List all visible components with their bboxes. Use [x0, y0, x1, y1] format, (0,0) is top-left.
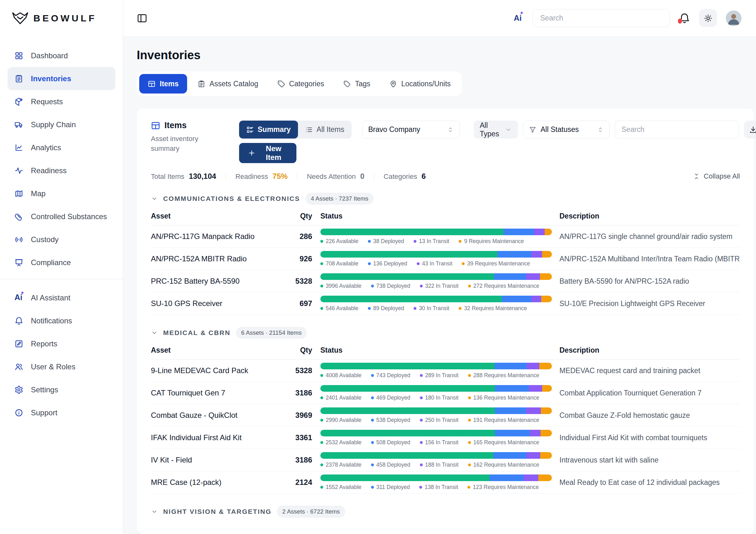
status-bar: [320, 452, 552, 459]
panel-filters: Bravo Company All Types All Statuses: [362, 121, 756, 139]
legend-item-in_transit: 156 In Transit: [420, 439, 459, 446]
page-title: Inventories: [137, 48, 753, 62]
legend-item-in_transit: 289 In Transit: [420, 372, 459, 379]
asset-name: IV Kit - Field: [151, 456, 289, 465]
stat-value: 75%: [273, 172, 287, 181]
table-row[interactable]: SU-10 GPS Receiver697546 Available89 Dep…: [151, 292, 740, 315]
table-row[interactable]: CAT Tourniquet Gen 731862401 Available46…: [151, 382, 740, 404]
section-badge: 6 Assets · 21154 Items: [236, 327, 307, 339]
custody-icon: [14, 235, 23, 244]
all-items-toggle-button[interactable]: All Items: [298, 121, 352, 139]
table-row[interactable]: Combat Gauze - QuikClot39692990 Availabl…: [151, 404, 740, 427]
tab-locations-units[interactable]: Locations/Units: [381, 74, 459, 93]
company-select[interactable]: Bravo Company: [362, 121, 460, 139]
legend-item-available: 2378 Available: [320, 462, 362, 468]
sidebar-item-notifications[interactable]: Notifications: [8, 309, 115, 332]
asset-name: PRC-152 Battery BA-5590: [151, 277, 289, 286]
items-search-input[interactable]: [615, 121, 739, 139]
items-table-icon: [151, 121, 160, 130]
analytics-icon: [14, 143, 23, 152]
table-row[interactable]: AN/PRC-152A MBITR Radio926708 Available1…: [151, 248, 740, 270]
new-item-button[interactable]: New Item: [239, 143, 296, 163]
table-row[interactable]: MRE Case (12-pack)21241552 Available311 …: [151, 471, 740, 494]
topbar-search-input[interactable]: [532, 9, 670, 27]
section-header-communications-electronics[interactable]: COMMUNICATIONS & ELECTRONICS4 Assets · 7…: [151, 193, 740, 205]
sidebar-item-dashboard[interactable]: Dashboard: [8, 44, 115, 67]
tab-tags[interactable]: Tags: [335, 74, 379, 93]
tab-items[interactable]: Items: [139, 74, 187, 93]
download-button[interactable]: [744, 121, 756, 139]
asset-description: Meal Ready to Eat case of 12 individual …: [559, 478, 740, 487]
tab-label: Items: [160, 80, 178, 88]
sidebar-item-label: Dashboard: [31, 51, 68, 60]
col-asset: Asset: [151, 346, 289, 355]
user-avatar[interactable]: [726, 11, 742, 26]
sidebar-item-ai-assistant[interactable]: Ai✦AI Assistant: [8, 286, 115, 309]
status-segment-in_transit: [529, 385, 542, 392]
items-panel: Items Asset inventory summary Summary: [137, 109, 754, 534]
legend-item-in_transit: 322 In Transit: [420, 283, 459, 289]
section-badge: 4 Assets · 7237 Items: [306, 193, 374, 205]
sidebar-item-supply-chain[interactable]: Supply Chain: [8, 113, 115, 136]
sidebar-item-compliance[interactable]: Compliance: [8, 251, 115, 274]
panel-title-block: Items Asset inventory summary: [151, 121, 229, 154]
legend-item-available: 708 Available: [320, 260, 359, 267]
sidebar-item-readiness[interactable]: Readiness: [8, 159, 115, 182]
fold-vertical-icon: [693, 172, 700, 180]
sidebar-item-reports[interactable]: Reports: [8, 332, 115, 355]
status-segment-maintenance: [540, 273, 552, 280]
sidebar-item-requests[interactable]: Requests: [8, 90, 115, 113]
sidebar-item-user-roles[interactable]: User & Roles: [8, 355, 115, 378]
tab-assets-catalog[interactable]: Assets Catalog: [189, 74, 267, 93]
table-row[interactable]: 9-Line MEDEVAC Card Pack53284008 Availab…: [151, 360, 740, 382]
legend-item-deployed: 458 Deployed: [371, 462, 411, 468]
legend-item-in_transit: 180 In Transit: [420, 394, 459, 401]
sidebar-item-analytics[interactable]: Analytics: [8, 136, 115, 159]
sidebar-item-map[interactable]: Map: [8, 182, 115, 205]
status-segment-maintenance: [541, 407, 552, 414]
section-header-medical-cbrn[interactable]: MEDICAL & CBRN6 Assets · 21154 Items: [151, 327, 740, 339]
status-legend: 708 Available136 Deployed43 In Transit39…: [320, 260, 552, 267]
collapse-all-button[interactable]: Collapse All: [693, 172, 740, 180]
table-row[interactable]: IFAK Individual First Aid Kit33612532 Av…: [151, 427, 740, 449]
panel-title: Items: [164, 121, 187, 130]
type-select[interactable]: All Types: [474, 121, 518, 139]
asset-qty: 3361: [289, 433, 312, 442]
sidebar-item-support[interactable]: Support: [8, 401, 115, 424]
brand-logo[interactable]: BEOWULF: [0, 0, 123, 37]
type-select-value: All Types: [480, 121, 501, 138]
status-segment-maintenance: [540, 452, 552, 459]
tab-categories[interactable]: Categories: [269, 74, 333, 93]
legend-item-deployed: 136 Deployed: [368, 260, 407, 267]
table-row[interactable]: IV Kit - Field31862378 Available458 Depl…: [151, 449, 740, 471]
legend-item-available: 2401 Available: [320, 394, 362, 401]
ai-assistant-topbar-button[interactable]: Ai✦: [512, 14, 524, 22]
sidebar-item-label: Support: [31, 408, 57, 417]
table-row[interactable]: PRC-152 Battery BA-559053283996 Availabl…: [151, 270, 740, 292]
plus-icon: [248, 149, 256, 157]
asset-name: CAT Tourniquet Gen 7: [151, 389, 289, 397]
status-bar: [320, 273, 552, 280]
legend-item-in_transit: 30 In Transit: [414, 305, 449, 312]
summary-toggle-button[interactable]: Summary: [239, 121, 298, 139]
list-icon: [305, 126, 313, 134]
table-row[interactable]: AN/PRC-117G Manpack Radio286226 Availabl…: [151, 225, 740, 248]
sidebar-item-label: Notifications: [31, 317, 72, 325]
table-header: AssetQtyStatusDescription: [151, 341, 740, 360]
sidebar-item-settings[interactable]: Settings: [8, 378, 115, 401]
theme-toggle-button[interactable]: [699, 9, 717, 27]
section-header-night-vision-targeting[interactable]: NIGHT VISION & TARGETING2 Assets · 6722 …: [151, 506, 740, 518]
sidebar-item-controlled-substances[interactable]: Controlled Substances: [8, 205, 115, 228]
notifications-bell-button[interactable]: [679, 12, 690, 24]
sidebar-toggle-button[interactable]: [137, 13, 148, 24]
status-legend: 2378 Available458 Deployed188 In Transit…: [320, 462, 552, 468]
sidebar-item-custody[interactable]: Custody: [8, 228, 115, 251]
legend-item-deployed: 508 Deployed: [371, 439, 411, 446]
sidebar-item-inventories[interactable]: Inventories: [8, 67, 115, 90]
legend-item-deployed: 738 Deployed: [371, 283, 411, 289]
sidebar-item-label: Map: [31, 189, 46, 198]
sidebar-item-label: Settings: [31, 385, 58, 394]
status-select[interactable]: All Statuses: [523, 121, 610, 139]
status-legend: 1552 Available311 Deployed138 In Transit…: [320, 484, 552, 491]
section-title: MEDICAL & CBRN: [163, 329, 230, 337]
